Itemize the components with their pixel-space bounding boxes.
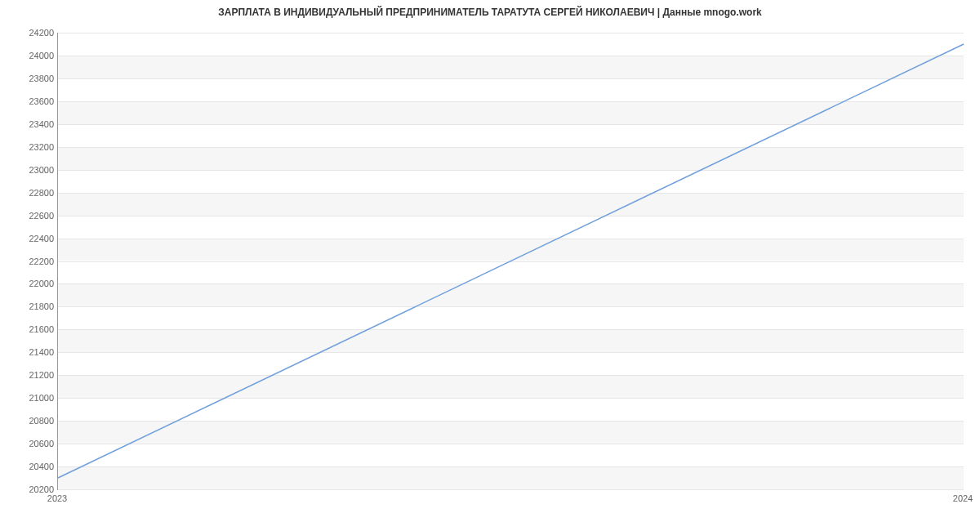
y-tick-label: 21800	[5, 301, 54, 311]
y-tick-label: 23000	[5, 165, 54, 175]
y-tick-label: 21400	[5, 347, 54, 357]
y-tick-label: 21000	[5, 393, 54, 403]
x-tick-label: 2024	[953, 493, 973, 503]
y-tick-label: 23200	[5, 142, 54, 152]
y-tick-label: 20400	[5, 462, 54, 471]
line-series	[58, 33, 964, 489]
gridline	[58, 489, 964, 490]
chart-title: ЗАРПЛАТА В ИНДИВИДУАЛЬНЫЙ ПРЕДПРИНИМАТЕЛ…	[0, 7, 980, 18]
y-tick-label: 22200	[5, 257, 54, 266]
plot-area	[57, 33, 964, 490]
y-tick-label: 23600	[5, 96, 54, 106]
y-tick-label: 20800	[5, 416, 54, 426]
y-tick-label: 21600	[5, 324, 54, 334]
y-tick-label: 24200	[5, 28, 54, 38]
x-tick-label: 2023	[47, 493, 67, 503]
y-tick-label: 20600	[5, 439, 54, 448]
y-tick-label: 22800	[5, 188, 54, 198]
chart-container: ЗАРПЛАТА В ИНДИВИДУАЛЬНЫЙ ПРЕДПРИНИМАТЕЛ…	[0, 0, 980, 531]
y-tick-label: 21200	[5, 370, 54, 380]
y-tick-label: 22600	[5, 211, 54, 221]
y-tick-label: 22000	[5, 279, 54, 288]
series-line	[58, 44, 964, 478]
y-tick-label: 24000	[5, 51, 54, 60]
y-tick-label: 23400	[5, 119, 54, 129]
y-tick-label: 22400	[5, 234, 54, 243]
y-tick-label: 23800	[5, 74, 54, 83]
